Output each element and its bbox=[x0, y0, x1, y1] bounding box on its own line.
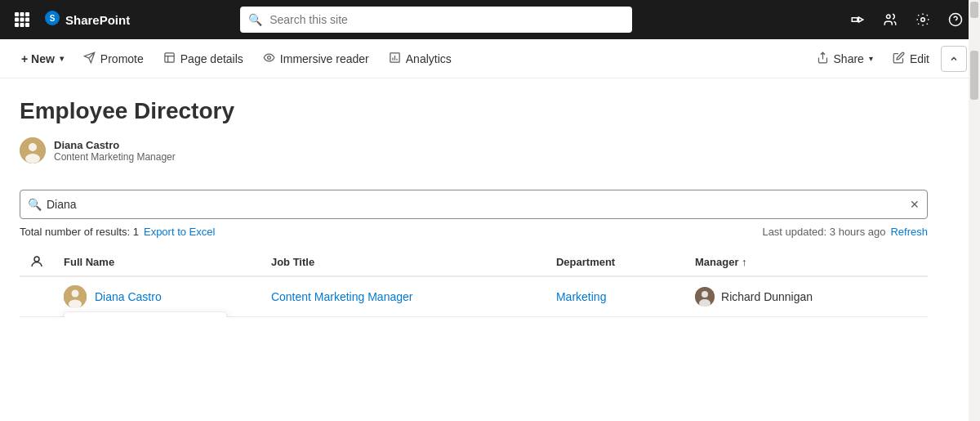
share-chevron-icon: ▾ bbox=[869, 54, 873, 63]
sharepoint-logo-icon: S bbox=[44, 10, 60, 30]
edit-label: Edit bbox=[910, 52, 929, 65]
directory-search-clear-icon[interactable]: ✕ bbox=[910, 198, 920, 211]
manager-name: Richard Dunnigan bbox=[721, 290, 813, 303]
promote-button[interactable]: Promote bbox=[75, 47, 152, 71]
row-name-cell: Diana Castro Chat in Teams bbox=[54, 276, 261, 317]
immersive-reader-button[interactable]: Immersive reader bbox=[255, 47, 377, 71]
col-manager: Manager ↑ bbox=[685, 248, 928, 276]
directory-table: Full Name Job Title Department Manager ↑ bbox=[20, 248, 928, 317]
svg-point-17 bbox=[267, 56, 270, 59]
row-department-cell: Marketing bbox=[546, 276, 685, 317]
directory-search-input[interactable] bbox=[20, 190, 928, 219]
immersive-reader-label: Immersive reader bbox=[280, 52, 369, 65]
commandbar: + New ▾ Promote Page details Immersive r… bbox=[0, 39, 980, 78]
svg-rect-8 bbox=[25, 23, 29, 27]
author-name: Diana Castro bbox=[54, 139, 176, 151]
megaphone-button[interactable] bbox=[843, 5, 872, 34]
app-name: SharePoint bbox=[65, 13, 130, 27]
row-name-link[interactable]: Diana Castro bbox=[95, 290, 162, 303]
author-row: Diana Castro Content Marketing Manager bbox=[20, 137, 928, 163]
new-label: + New bbox=[21, 52, 55, 65]
page-details-button[interactable]: Page details bbox=[155, 47, 252, 71]
page-details-icon bbox=[163, 52, 176, 66]
context-dropdown: Chat in Teams v Download vCard bbox=[64, 311, 227, 317]
col-icon bbox=[20, 248, 54, 276]
main-content: Employee Directory Diana Castro Content … bbox=[0, 78, 947, 317]
directory-search-wrap: 🔍 ✕ bbox=[20, 190, 928, 219]
svg-rect-14 bbox=[165, 52, 174, 61]
svg-rect-3 bbox=[15, 18, 19, 22]
results-count: Total number of results: 1 bbox=[20, 226, 139, 238]
results-bar: Total number of results: 1 Export to Exc… bbox=[20, 226, 928, 238]
page-details-label: Page details bbox=[180, 52, 243, 65]
svg-point-24 bbox=[72, 290, 79, 298]
name-cell: Diana Castro Chat in Teams bbox=[64, 285, 252, 308]
share-label: Share bbox=[834, 52, 864, 65]
global-search: 🔍 bbox=[240, 7, 632, 33]
topbar: S SharePoint 🔍 bbox=[0, 0, 980, 39]
last-updated-text: Last updated: 3 hours ago bbox=[762, 226, 885, 238]
new-button[interactable]: + New ▾ bbox=[13, 47, 72, 70]
analytics-button[interactable]: Analytics bbox=[381, 47, 460, 71]
waffle-icon[interactable] bbox=[10, 7, 34, 32]
author-info: Diana Castro Content Marketing Manager bbox=[54, 139, 176, 163]
svg-rect-7 bbox=[20, 23, 24, 27]
help-button[interactable] bbox=[941, 5, 970, 34]
export-to-excel-link[interactable]: Export to Excel bbox=[144, 226, 215, 238]
page-title: Employee Directory bbox=[20, 98, 928, 124]
people-button[interactable] bbox=[875, 5, 905, 34]
author-role: Content Marketing Manager bbox=[54, 151, 176, 163]
svg-point-12 bbox=[921, 18, 925, 22]
svg-point-22 bbox=[34, 257, 39, 262]
promote-icon bbox=[83, 52, 96, 66]
edit-button[interactable]: Edit bbox=[884, 47, 938, 71]
search-icon: 🔍 bbox=[248, 13, 262, 26]
directory-search-icon: 🔍 bbox=[28, 198, 42, 211]
row-avatar bbox=[64, 285, 87, 308]
row-jobtitle-cell: Content Marketing Manager bbox=[261, 276, 546, 317]
analytics-icon bbox=[389, 52, 401, 66]
manager-avatar bbox=[695, 287, 715, 307]
topbar-actions bbox=[843, 5, 970, 34]
row-icon-cell bbox=[20, 276, 54, 317]
scroll-thumb-main bbox=[970, 51, 978, 100]
new-chevron-icon: ▾ bbox=[60, 54, 64, 63]
svg-rect-5 bbox=[25, 18, 29, 22]
scrollbar[interactable] bbox=[969, 0, 980, 317]
refresh-link[interactable]: Refresh bbox=[890, 226, 928, 238]
svg-rect-2 bbox=[25, 12, 29, 16]
cmd-right: Share ▾ Edit bbox=[808, 46, 967, 72]
svg-point-11 bbox=[887, 15, 891, 19]
row-manager-cell: Richard Dunnigan bbox=[685, 276, 928, 317]
col-jobtitle: Job Title bbox=[261, 248, 546, 276]
table-row: Diana Castro Chat in Teams bbox=[20, 276, 928, 317]
edit-icon bbox=[893, 52, 905, 66]
analytics-label: Analytics bbox=[406, 52, 452, 65]
search-input[interactable] bbox=[240, 7, 632, 33]
chat-in-teams-item[interactable]: Chat in Teams bbox=[65, 312, 226, 317]
col-fullname: Full Name bbox=[54, 248, 261, 276]
svg-rect-4 bbox=[20, 18, 24, 22]
row-department-link[interactable]: Marketing bbox=[556, 290, 606, 303]
svg-point-20 bbox=[29, 143, 37, 151]
scroll-thumb-top bbox=[970, 2, 978, 18]
svg-point-21 bbox=[25, 154, 40, 163]
svg-point-25 bbox=[69, 300, 82, 309]
immersive-reader-icon bbox=[263, 52, 275, 66]
row-jobtitle-link[interactable]: Content Marketing Manager bbox=[271, 290, 413, 303]
svg-point-27 bbox=[702, 291, 708, 298]
promote-label: Promote bbox=[100, 52, 144, 65]
svg-rect-6 bbox=[15, 23, 19, 27]
settings-button[interactable] bbox=[908, 5, 938, 34]
col-department: Department bbox=[546, 248, 685, 276]
svg-rect-0 bbox=[15, 12, 19, 16]
author-avatar bbox=[20, 137, 46, 163]
app-logo: S SharePoint bbox=[44, 10, 130, 30]
share-button[interactable]: Share ▾ bbox=[808, 47, 881, 71]
collapse-button[interactable] bbox=[941, 46, 967, 72]
svg-text:S: S bbox=[50, 14, 56, 23]
share-icon bbox=[817, 52, 829, 66]
svg-rect-1 bbox=[20, 12, 24, 16]
